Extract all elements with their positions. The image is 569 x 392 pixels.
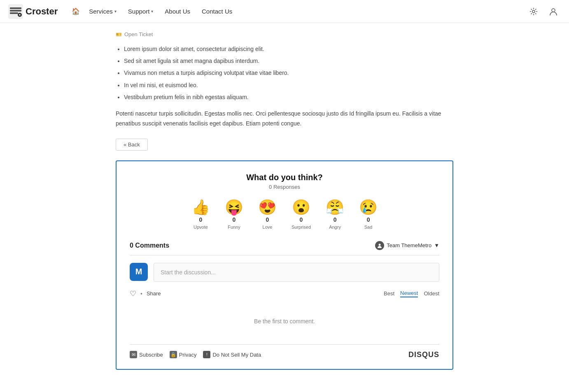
subscribe-button[interactable]: ✉ Subscribe: [130, 351, 163, 358]
love-count: 0: [266, 216, 269, 223]
nav-services[interactable]: Services ▾: [84, 5, 121, 18]
sort-oldest[interactable]: Oldest: [424, 290, 439, 297]
navbar: Croster 🏠 Services ▾ Support ▾ About Us …: [0, 0, 569, 23]
content-paragraph: Potenti nascetur turpis sollicitudin. Eg…: [116, 109, 453, 129]
do-not-sell-button[interactable]: ! Do Not Sell My Data: [203, 351, 261, 358]
back-button[interactable]: « Back: [116, 139, 148, 151]
svg-rect-1: [10, 7, 21, 9]
love-label: Love: [263, 225, 273, 230]
avatar: M: [130, 263, 148, 281]
chevron-down-icon: ▾: [151, 9, 153, 14]
subscribe-label: Subscribe: [139, 352, 163, 358]
love-emoji: 😍: [258, 200, 277, 215]
angry-label: Angry: [329, 225, 341, 230]
first-comment-placeholder: Be the first to comment.: [130, 310, 439, 333]
envelope-icon: ✉: [130, 351, 137, 358]
surprised-emoji: 😮: [292, 200, 310, 215]
funny-label: Funny: [228, 225, 240, 230]
surprised-count: 0: [300, 216, 303, 223]
responses-count: 0 Responses: [130, 184, 439, 190]
disqus-widget: What do you think? 0 Responses 👍 0 Upvot…: [116, 160, 453, 370]
brand-logo[interactable]: Croster: [8, 4, 58, 19]
disqus-brand: DISQUS: [408, 350, 439, 359]
surprised-label: Surprised: [291, 225, 311, 230]
privacy-button[interactable]: 🔒 Privacy: [170, 351, 197, 358]
sad-emoji: 😢: [359, 200, 378, 215]
comment-actions-row: ♡ • Share Best Newest Oldest: [130, 289, 439, 298]
comment-input-field[interactable]: Start the discussion...: [154, 263, 439, 282]
page-content: 🎫 Open Ticket Lorem ipsum dolor sit amet…: [107, 23, 462, 370]
svg-rect-3: [10, 12, 18, 14]
team-chevron: ▼: [434, 242, 439, 248]
nav-support[interactable]: Support ▾: [123, 5, 159, 18]
nav-contact[interactable]: Contact Us: [197, 5, 237, 18]
comment-placeholder: Start the discussion...: [161, 269, 216, 276]
comments-divider: [130, 255, 439, 255]
privacy-label: Privacy: [179, 352, 197, 358]
lock-icon: 🔒: [170, 351, 177, 358]
navbar-right: [526, 4, 561, 19]
sort-newest[interactable]: Newest: [400, 290, 418, 297]
ticket-icon: 🎫: [116, 32, 122, 37]
disqus-header: What do you think? 0 Responses: [130, 173, 439, 190]
team-label: Team ThemeMetro: [387, 242, 431, 248]
sort-best[interactable]: Best: [384, 290, 394, 297]
breadcrumb: 🎫 Open Ticket: [116, 31, 453, 37]
reaction-angry[interactable]: 😤 0 Angry: [326, 200, 344, 230]
angry-count: 0: [333, 216, 337, 223]
svg-rect-5: [19, 14, 21, 15]
upvote-label: Upvote: [194, 225, 208, 230]
reaction-funny[interactable]: 😝 0 Funny: [225, 200, 243, 230]
comment-input-row: M Start the discussion...: [130, 263, 439, 282]
nav-items: Services ▾ Support ▾ About Us Contact Us: [84, 5, 526, 18]
svg-point-7: [552, 9, 555, 12]
do-not-sell-label: Do Not Sell My Data: [212, 352, 261, 358]
upvote-emoji: 👍: [191, 200, 210, 215]
footer-left: ✉ Subscribe 🔒 Privacy ! Do Not Sell My D…: [130, 351, 261, 358]
sad-label: Sad: [364, 225, 373, 230]
list-item: Vestibulum pretium felis in nibh egestas…: [124, 92, 453, 102]
user-icon: [549, 7, 558, 16]
list-item: Lorem ipsum dolor sit amet, consectetur …: [124, 44, 453, 54]
nav-about[interactable]: About Us: [160, 5, 195, 18]
svg-rect-2: [10, 10, 21, 12]
info-icon: !: [203, 351, 210, 358]
list-item: Sed sit amet ligula sit amet magna dapib…: [124, 56, 453, 66]
list-item: Vivamus non metus a turpis adipiscing vo…: [124, 68, 453, 78]
sort-options: Best Newest Oldest: [384, 290, 439, 297]
share-button[interactable]: Share: [147, 290, 161, 297]
angry-emoji: 😤: [326, 200, 344, 215]
sad-count: 0: [367, 216, 370, 223]
reaction-sad[interactable]: 😢 0 Sad: [359, 200, 378, 230]
comments-count: 0 Comments: [130, 242, 169, 249]
breadcrumb-text: Open Ticket: [124, 31, 153, 37]
team-selector[interactable]: Team ThemeMetro ▼: [375, 241, 439, 250]
disqus-footer: ✉ Subscribe 🔒 Privacy ! Do Not Sell My D…: [130, 344, 439, 359]
disqus-title: What do you think?: [130, 173, 439, 182]
reaction-surprised[interactable]: 😮 0 Surprised: [291, 200, 311, 230]
content-list: Lorem ipsum dolor sit amet, consectetur …: [124, 44, 453, 102]
funny-emoji: 😝: [225, 200, 243, 215]
brand-icon: [8, 4, 23, 19]
heart-icon[interactable]: ♡: [130, 289, 136, 298]
team-bubble-icon: [375, 241, 384, 250]
user-icon-button[interactable]: [546, 4, 561, 19]
funny-count: 0: [233, 216, 236, 223]
home-button[interactable]: 🏠: [68, 5, 84, 18]
brand-name: Croster: [26, 6, 58, 17]
upvote-count: 0: [199, 216, 203, 223]
reactions-row: 👍 0 Upvote 😝 0 Funny 😍 0 Love 😮 0 Surpri…: [130, 200, 439, 230]
chevron-down-icon: ▾: [114, 9, 117, 14]
reaction-upvote[interactable]: 👍 0 Upvote: [191, 200, 210, 230]
svg-point-8: [379, 244, 381, 246]
reaction-love[interactable]: 😍 0 Love: [258, 200, 277, 230]
list-item: In vel mi nisi, et euismod leo.: [124, 80, 453, 90]
gear-icon: [529, 7, 538, 16]
svg-point-6: [532, 10, 535, 13]
share-separator: •: [140, 290, 142, 297]
settings-icon-button[interactable]: [526, 4, 541, 19]
left-actions: ♡ • Share: [130, 289, 161, 298]
comments-header: 0 Comments Team ThemeMetro ▼: [130, 241, 439, 250]
